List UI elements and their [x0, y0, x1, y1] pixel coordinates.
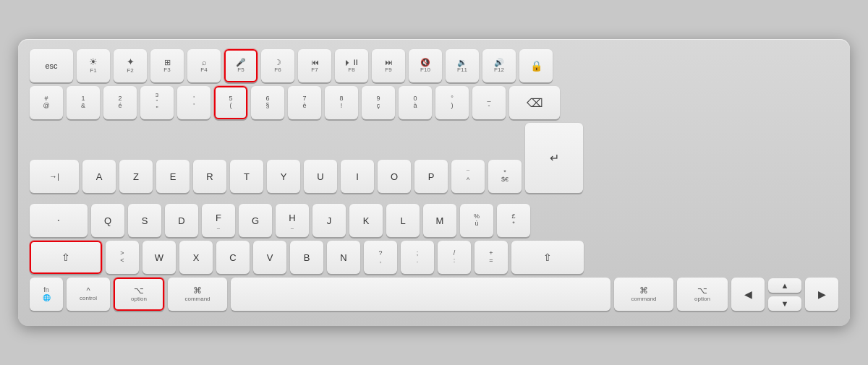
o-key[interactable]: O — [378, 160, 411, 193]
8-key[interactable]: 8 ! — [325, 86, 358, 119]
keyboard: esc ☀ F1 ✦ F2 ⊞ F3 ⌕ F4 🎤 F5 ☽ F6 ⏮ F7 — [18, 39, 850, 326]
delete-key[interactable]: ⌫ — [509, 86, 560, 119]
b-key[interactable]: B — [290, 241, 323, 274]
t-key[interactable]: T — [230, 160, 263, 193]
caps-key[interactable]: • — [30, 204, 88, 237]
command-right-key[interactable]: ⌘ command — [614, 278, 673, 311]
option-right-key[interactable]: ⌥ option — [677, 278, 728, 311]
g-key[interactable]: G — [239, 204, 272, 237]
3-key[interactable]: 3" " — [140, 86, 174, 119]
function-row: esc ☀ F1 ✦ F2 ⊞ F3 ⌕ F4 🎤 F5 ☽ F6 ⏮ F7 — [30, 49, 838, 82]
dollar-key[interactable]: * $€ — [488, 160, 522, 193]
f11-key[interactable]: 🔉 F11 — [446, 49, 479, 82]
f10-key[interactable]: 🔇 F10 — [409, 49, 442, 82]
n-key[interactable]: N — [327, 241, 360, 274]
y-key[interactable]: Y — [267, 160, 300, 193]
arrow-keys: ◀ ▲ ▼ ▶ — [731, 278, 838, 311]
esc-key[interactable]: esc — [30, 49, 73, 82]
f5-key[interactable]: 🎤 F5 — [224, 49, 258, 82]
l-key[interactable]: L — [386, 204, 420, 237]
diaeresis-key[interactable]: ¨ ^ — [451, 160, 485, 193]
arrow-up-key[interactable]: ▲ — [768, 278, 801, 293]
1-key[interactable]: 1 & — [67, 86, 100, 119]
f6-key[interactable]: ☽ F6 — [261, 49, 294, 82]
tab-key[interactable]: →| — [30, 160, 79, 193]
r-key[interactable]: R — [193, 160, 226, 193]
f8-key[interactable]: ⏵⏸ F8 — [335, 49, 368, 82]
k-key[interactable]: K — [349, 204, 383, 237]
number-row: # @ 1 & 2 é 3" " ' ' 5 ( 6 § 7 è — [30, 86, 838, 119]
angle-bracket-key[interactable]: > < — [106, 241, 139, 274]
i-key[interactable]: I — [341, 160, 374, 193]
shift-left-key[interactable]: ⇧ — [30, 241, 102, 274]
command-left-key[interactable]: ⌘ command — [168, 278, 227, 311]
e-key[interactable]: E — [156, 160, 190, 193]
j-key[interactable]: J — [312, 204, 346, 237]
percent-key[interactable]: % ù — [460, 204, 493, 237]
f1-key[interactable]: ☀ F1 — [77, 49, 110, 82]
f2-key[interactable]: ✦ F2 — [114, 49, 147, 82]
shift-right-key[interactable]: ⇧ — [511, 241, 584, 274]
arrow-updown-group: ▲ ▼ — [768, 278, 801, 311]
f4-key[interactable]: ⌕ F4 — [187, 49, 221, 82]
a-key[interactable]: A — [82, 160, 116, 193]
question-key[interactable]: ? , — [364, 241, 397, 274]
6-key[interactable]: 6 § — [251, 86, 284, 119]
m-key[interactable]: M — [423, 204, 456, 237]
slash-key[interactable]: / : — [438, 241, 471, 274]
wxcvbn-row: ⇧ > < W X C V B N ? , ; . — [30, 241, 838, 274]
minus-key[interactable]: _ - — [472, 86, 506, 119]
d-key[interactable]: D — [165, 204, 198, 237]
w-key[interactable]: W — [142, 241, 176, 274]
p-key[interactable]: P — [414, 160, 448, 193]
spacebar-key[interactable] — [231, 278, 610, 311]
period-key[interactable]: ; . — [401, 241, 434, 274]
4-key[interactable]: ' ' — [177, 86, 210, 119]
q-key[interactable]: Q — [91, 204, 124, 237]
option-left-key[interactable]: ⌥ option — [114, 278, 164, 311]
lock-key[interactable]: 🔒 — [519, 49, 553, 82]
degree-key[interactable]: ° ) — [435, 86, 469, 119]
s-key[interactable]: S — [128, 204, 161, 237]
arrow-down-key[interactable]: ▼ — [768, 296, 801, 311]
f-key[interactable]: F _ — [202, 204, 235, 237]
5-key[interactable]: 5 ( — [214, 86, 247, 119]
u-key[interactable]: U — [304, 160, 337, 193]
f9-key[interactable]: ⏭ F9 — [372, 49, 405, 82]
f7-key[interactable]: ⏮ F7 — [298, 49, 331, 82]
h-key[interactable]: H _ — [276, 204, 309, 237]
at-hash-key[interactable]: # @ — [30, 86, 63, 119]
bottom-row: fn 🌐 ^ control ⌥ option ⌘ command ⌘ comm… — [30, 278, 838, 311]
enter-key[interactable]: ↵ — [525, 123, 583, 193]
arrow-right-key[interactable]: ▶ — [805, 278, 838, 311]
f3-key[interactable]: ⊞ F3 — [150, 49, 184, 82]
z-key[interactable]: Z — [119, 160, 153, 193]
x-key[interactable]: X — [179, 241, 213, 274]
7-key[interactable]: 7 è — [288, 86, 321, 119]
f12-key[interactable]: 🔊 F12 — [482, 49, 516, 82]
9-key[interactable]: 9 ç — [362, 86, 395, 119]
arrow-left-key[interactable]: ◀ — [731, 278, 765, 311]
c-key[interactable]: C — [216, 241, 250, 274]
fn-key[interactable]: fn 🌐 — [30, 278, 63, 311]
2-key[interactable]: 2 é — [103, 86, 137, 119]
pound-key[interactable]: £ * — [497, 204, 530, 237]
v-key[interactable]: V — [253, 241, 286, 274]
control-key[interactable]: ^ control — [67, 278, 110, 311]
0-key[interactable]: 0 à — [399, 86, 432, 119]
plus-key[interactable]: + = — [475, 241, 508, 274]
